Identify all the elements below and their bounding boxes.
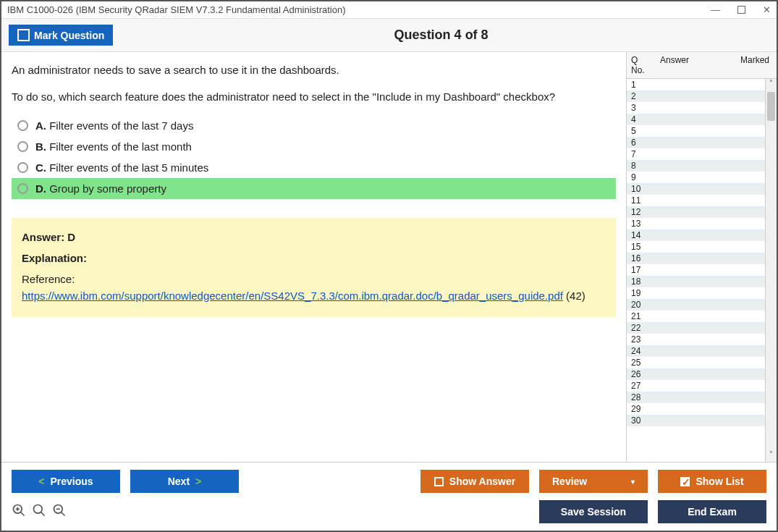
sidebar-row[interactable]: 30 (627, 415, 765, 426)
row-qno: 23 (631, 334, 660, 345)
zoom-in-icon[interactable] (12, 503, 26, 521)
sidebar-row[interactable]: 18 (627, 276, 765, 287)
sidebar-row[interactable]: 25 (627, 357, 765, 368)
sidebar-row[interactable]: 29 (627, 403, 765, 415)
sidebar-row[interactable]: 3 (627, 102, 765, 114)
reference-link[interactable]: https://www.ibm.com/support/knowledgecen… (22, 290, 563, 302)
option-text: D. Group by some property (35, 182, 166, 195)
sidebar-row[interactable]: 23 (627, 334, 765, 345)
row-marked (717, 265, 761, 275)
review-button[interactable]: Review ▾ (539, 470, 648, 493)
col-header-qno: Q No. (627, 52, 656, 78)
footer-row-1: < Previous Next > Show Answer Review ▾ S… (12, 470, 766, 493)
explanation-label: Explanation: (22, 252, 606, 264)
row-marked (717, 415, 761, 426)
row-answer (660, 392, 717, 402)
sidebar-row[interactable]: 19 (627, 287, 765, 299)
answer-option[interactable]: D. Group by some property (12, 178, 616, 199)
maximize-icon[interactable] (737, 6, 745, 14)
sidebar-row[interactable]: 15 (627, 241, 765, 253)
show-answer-label: Show Answer (449, 476, 515, 487)
row-marked (717, 369, 761, 379)
row-marked (717, 323, 761, 333)
radio-icon[interactable] (17, 120, 28, 131)
row-answer (660, 126, 717, 136)
row-marked (717, 149, 761, 159)
sidebar-row[interactable]: 24 (627, 345, 765, 357)
show-answer-button[interactable]: Show Answer (420, 470, 529, 493)
sidebar-row[interactable]: 12 (627, 206, 765, 218)
row-marked (717, 184, 761, 194)
sidebar-row[interactable]: 11 (627, 195, 765, 206)
sidebar-row[interactable]: 8 (627, 160, 765, 172)
row-qno: 15 (631, 242, 660, 252)
row-answer (660, 172, 717, 182)
sidebar-row[interactable]: 21 (627, 311, 765, 322)
sidebar-row[interactable]: 6 (627, 137, 765, 148)
zoom-reset-icon[interactable] (32, 503, 46, 521)
chevron-down-icon: ▾ (631, 478, 635, 486)
row-answer (660, 149, 717, 159)
row-answer (660, 323, 717, 333)
sidebar-row[interactable]: 1 (627, 79, 765, 90)
row-qno: 3 (631, 103, 660, 113)
show-list-label: Show List (695, 476, 743, 487)
row-answer (660, 195, 717, 206)
sidebar-row[interactable]: 13 (627, 218, 765, 229)
row-answer (660, 114, 717, 124)
sidebar-row[interactable]: 7 (627, 148, 765, 160)
scroll-thumb[interactable] (767, 92, 775, 121)
radio-icon[interactable] (17, 141, 28, 152)
mark-question-button[interactable]: Mark Question (9, 25, 113, 46)
sidebar-row[interactable]: 27 (627, 380, 765, 392)
sidebar-row[interactable]: 5 (627, 125, 765, 137)
sidebar-scrollbar[interactable]: ˄ ˅ (765, 79, 777, 462)
reference-prefix: Reference: (22, 273, 75, 285)
radio-icon[interactable] (17, 162, 28, 173)
sidebar-row[interactable]: 22 (627, 322, 765, 334)
answer-option[interactable]: B. Filter events of the last month (12, 136, 616, 157)
save-session-label: Save Session (561, 506, 626, 518)
minimize-icon[interactable]: — (711, 4, 720, 15)
row-answer (660, 253, 717, 263)
sidebar-row[interactable]: 2 (627, 90, 765, 102)
row-qno: 13 (631, 219, 660, 229)
previous-button[interactable]: < Previous (12, 470, 120, 493)
reference-suffix: (42) (563, 290, 585, 302)
sidebar-row[interactable]: 14 (627, 229, 765, 241)
next-button[interactable]: Next > (130, 470, 239, 493)
zoom-out-icon[interactable] (52, 503, 67, 521)
row-marked (717, 126, 761, 136)
row-qno: 17 (631, 265, 660, 275)
reference-line: Reference: https://www.ibm.com/support/k… (22, 271, 606, 304)
sidebar-row[interactable]: 9 (627, 172, 765, 183)
radio-icon[interactable] (17, 183, 28, 194)
answer-option[interactable]: A. Filter events of the last 7 days (12, 115, 616, 136)
title-bar: IBM C1000-026 (IBM Security QRadar SIEM … (1, 1, 777, 18)
sidebar-row[interactable]: 10 (627, 183, 765, 195)
row-qno: 8 (631, 161, 660, 171)
show-list-button[interactable]: Show List (658, 470, 766, 493)
sidebar-row[interactable]: 26 (627, 368, 765, 380)
chevron-right-icon: > (195, 476, 201, 487)
scroll-up-icon[interactable]: ˄ (766, 79, 777, 90)
row-qno: 18 (631, 276, 660, 287)
end-exam-button[interactable]: End Exam (658, 500, 766, 523)
save-session-button[interactable]: Save Session (539, 500, 648, 523)
sidebar-row[interactable]: 16 (627, 253, 765, 264)
sidebar-row[interactable]: 4 (627, 114, 765, 125)
row-answer (660, 265, 717, 275)
close-icon[interactable]: ✕ (763, 4, 771, 15)
sidebar-row[interactable]: 17 (627, 264, 765, 276)
row-answer (660, 80, 717, 90)
answer-option[interactable]: C. Filter events of the last 5 minutes (12, 157, 616, 178)
row-marked (717, 207, 761, 217)
sidebar-row[interactable]: 28 (627, 392, 765, 403)
row-marked (717, 103, 761, 113)
row-marked (717, 300, 761, 310)
scroll-down-icon[interactable]: ˅ (766, 450, 777, 462)
main-area: An administrator needs to save a search … (1, 52, 777, 462)
sidebar-row[interactable]: 20 (627, 299, 765, 311)
row-qno: 5 (631, 126, 660, 136)
row-marked (717, 253, 761, 263)
